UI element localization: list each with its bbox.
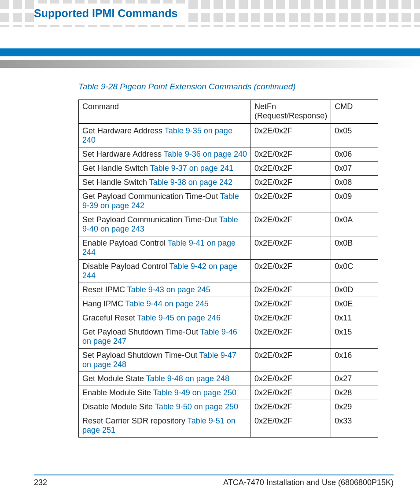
cross-reference-link[interactable]: Table 9-45 on page 246 (137, 313, 221, 322)
cell-netfn: 0x2E/0x2F (251, 325, 331, 349)
table-row: Get Module State Table 9-48 on page 2480… (79, 372, 378, 386)
page-number: 232 (34, 478, 47, 487)
table-row: Enable Payload Control Table 9-41 on pag… (79, 236, 378, 260)
cross-reference-link[interactable]: Table 9-37 on page 241 (150, 164, 233, 173)
cell-command: Get Handle Switch Table 9-37 on page 241 (79, 162, 251, 176)
table-row: Disable Payload Control Table 9-42 on pa… (79, 260, 378, 283)
cell-cmd-code: 0x33 (331, 414, 378, 438)
cross-reference-link[interactable]: Table 9-44 on page 245 (125, 299, 209, 308)
cross-reference-link[interactable]: Table 9-49 on page 250 (153, 388, 236, 397)
cell-cmd-code: 0x06 (331, 147, 378, 162)
cell-netfn: 0x2E/0x2F (251, 386, 331, 400)
cell-command: Set Payload Shutdown Time-Out Table 9-47… (79, 349, 251, 372)
cell-command: Enable Payload Control Table 9-41 on pag… (79, 236, 251, 260)
table-row: Disable Module Site Table 9-50 on page 2… (79, 400, 378, 414)
cell-netfn: 0x2E/0x2F (251, 213, 331, 236)
cell-cmd-code: 0x27 (331, 372, 378, 386)
col-netfn: NetFn(Request/Response) (251, 100, 331, 124)
cell-command: Set Handle Switch Table 9-38 on page 242 (79, 176, 251, 190)
cell-netfn: 0x2E/0x2F (251, 372, 331, 386)
header-gradient-bar (0, 60, 420, 68)
cross-reference-link[interactable]: Table 9-50 on page 250 (155, 402, 238, 411)
table-row: Hang IPMC Table 9-44 on page 2450x2E/0x2… (79, 297, 378, 311)
cell-cmd-code: 0x0C (331, 260, 378, 283)
cross-reference-link[interactable]: Table 9-48 on page 248 (146, 374, 229, 383)
table-row: Graceful Reset Table 9-45 on page 2460x2… (79, 311, 378, 325)
table-row: Get Payload Shutdown Time-Out Table 9-46… (79, 325, 378, 349)
document-title: ATCA-7470 Installation and Use (6806800P… (223, 478, 394, 487)
table-row: Set Payload Communication Time-Out Table… (79, 213, 378, 236)
cell-cmd-code: 0x28 (331, 386, 378, 400)
table-row: Get Payload Communication Time-Out Table… (79, 190, 378, 213)
cell-cmd-code: 0x11 (331, 311, 378, 325)
table-row: Get Hardware Address Table 9-35 on page … (79, 124, 378, 147)
cell-netfn: 0x2E/0x2F (251, 311, 331, 325)
cell-command: Get Module State Table 9-48 on page 248 (79, 372, 251, 386)
cell-command: Graceful Reset Table 9-45 on page 246 (79, 311, 251, 325)
col-cmd: CMD (331, 100, 378, 124)
cell-netfn: 0x2E/0x2F (251, 176, 331, 190)
cell-command: Enable Module Site Table 9-49 on page 25… (79, 386, 251, 400)
cell-cmd-code: 0x15 (331, 325, 378, 349)
cell-cmd-code: 0x08 (331, 176, 378, 190)
cell-netfn: 0x2E/0x2F (251, 190, 331, 213)
cell-cmd-code: 0x0E (331, 297, 378, 311)
cell-command: Set Hardware Address Table 9-36 on page … (79, 147, 251, 162)
cell-cmd-code: 0x05 (331, 124, 378, 147)
cell-netfn: 0x2E/0x2F (251, 400, 331, 414)
table-row: Enable Module Site Table 9-49 on page 25… (79, 386, 378, 400)
cross-reference-link[interactable]: Table 9-38 on page 242 (149, 178, 232, 187)
table-header-row: Command NetFn(Request/Response) CMD (79, 100, 378, 124)
cell-netfn: 0x2E/0x2F (251, 283, 331, 297)
cross-reference-link[interactable]: Table 9-36 on page 240 (164, 150, 247, 158)
table-row: Set Payload Shutdown Time-Out Table 9-47… (79, 349, 378, 372)
header-blue-bar (0, 48, 420, 56)
table-row: Set Hardware Address Table 9-36 on page … (79, 147, 378, 162)
cell-command: Reset IPMC Table 9-43 on page 245 (79, 283, 251, 297)
table-row: Reset Carrier SDR repository Table 9-51 … (79, 414, 378, 438)
cell-command: Disable Module Site Table 9-50 on page 2… (79, 400, 251, 414)
cell-netfn: 0x2E/0x2F (251, 124, 331, 147)
cell-netfn: 0x2E/0x2F (251, 260, 331, 283)
col-command: Command (79, 100, 251, 124)
cell-command: Get Payload Communication Time-Out Table… (79, 190, 251, 213)
cell-command: Disable Payload Control Table 9-42 on pa… (79, 260, 251, 283)
cell-command: Get Payload Shutdown Time-Out Table 9-46… (79, 325, 251, 349)
table-row: Reset IPMC Table 9-43 on page 2450x2E/0x… (79, 283, 378, 297)
cell-netfn: 0x2E/0x2F (251, 414, 331, 438)
cell-netfn: 0x2E/0x2F (251, 162, 331, 176)
table-row: Set Handle Switch Table 9-38 on page 242… (79, 176, 378, 190)
cell-netfn: 0x2E/0x2F (251, 147, 331, 162)
cell-command: Reset Carrier SDR repository Table 9-51 … (79, 414, 251, 438)
cell-cmd-code: 0x0B (331, 236, 378, 260)
cell-cmd-code: 0x0D (331, 283, 378, 297)
cell-netfn: 0x2E/0x2F (251, 236, 331, 260)
cell-cmd-code: 0x0A (331, 213, 378, 236)
cell-cmd-code: 0x16 (331, 349, 378, 372)
cell-netfn: 0x2E/0x2F (251, 349, 331, 372)
cell-command: Set Payload Communication Time-Out Table… (79, 213, 251, 236)
cross-reference-link[interactable]: Table 9-43 on page 245 (127, 285, 210, 294)
cell-cmd-code: 0x29 (331, 400, 378, 414)
table-caption: Table 9-28 Pigeon Point Extension Comman… (78, 82, 378, 92)
cell-command: Hang IPMC Table 9-44 on page 245 (79, 297, 251, 311)
cell-command: Get Hardware Address Table 9-35 on page … (79, 124, 251, 147)
page-footer: 232 ATCA-7470 Installation and Use (6806… (34, 475, 394, 487)
cell-netfn: 0x2E/0x2F (251, 297, 331, 311)
table-row: Get Handle Switch Table 9-37 on page 241… (79, 162, 378, 176)
cell-cmd-code: 0x09 (331, 190, 378, 213)
ipmi-commands-table: Command NetFn(Request/Response) CMD Get … (78, 99, 378, 438)
cell-cmd-code: 0x07 (331, 162, 378, 176)
page-heading: Supported IPMI Commands (34, 4, 185, 23)
